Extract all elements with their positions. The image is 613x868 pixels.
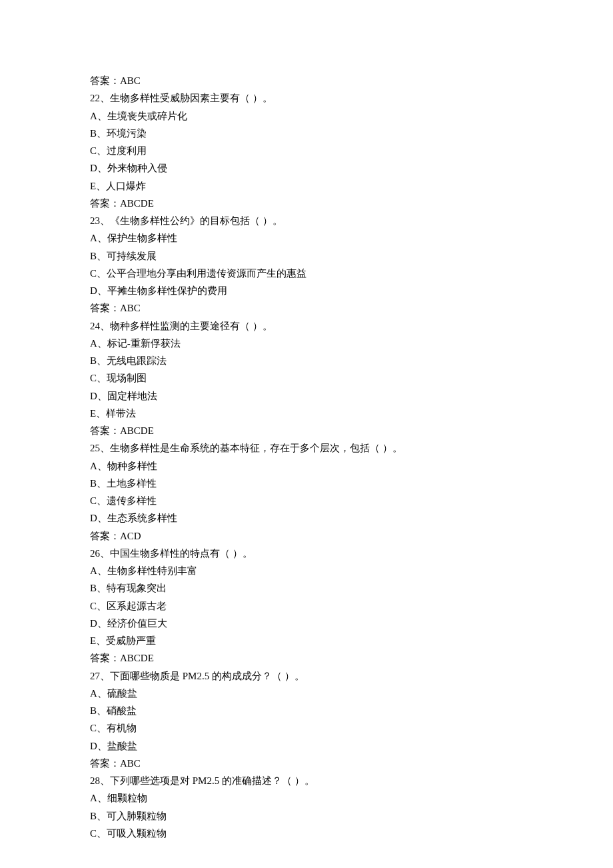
text-line: D、经济价值巨大 (90, 615, 523, 632)
text-line: 答案：ABCDE (90, 422, 523, 439)
text-line: B、环境污染 (90, 125, 523, 142)
text-line: A、物种多样性 (90, 457, 523, 475)
text-line: A、细颗粒物 (90, 789, 523, 807)
text-line: 26、中国生物多样性的特点有（ ）。 (90, 545, 523, 562)
text-line: 25、生物多样性是生命系统的基本特征，存在于多个层次，包括（ ）。 (90, 439, 523, 457)
text-line: A、生物多样性特别丰富 (90, 562, 523, 579)
text-line: D、外来物种入侵 (90, 159, 523, 177)
text-line: 答案：ABC (90, 299, 523, 317)
text-line: 22、生物多样性受威胁因素主要有（ ）。 (90, 89, 523, 107)
text-line: B、硝酸盐 (90, 702, 523, 719)
text-line: B、土地多样性 (90, 475, 523, 492)
text-line: B、特有现象突出 (90, 579, 523, 597)
content-body: 答案：ABC22、生物多样性受威胁因素主要有（ ）。A、生境丧失或碎片化B、环境… (90, 72, 523, 842)
text-line: C、过度利用 (90, 142, 523, 159)
text-line: C、现场制图 (90, 369, 523, 387)
text-line: B、无线电跟踪法 (90, 352, 523, 369)
text-line: A、硫酸盐 (90, 685, 523, 702)
text-line: 答案：ABCDE (90, 649, 523, 667)
text-line: D、生态系统多样性 (90, 509, 523, 527)
text-line: E、人口爆炸 (90, 177, 523, 195)
text-line: 答案：ABCDE (90, 195, 523, 212)
text-line: E、受威胁严重 (90, 632, 523, 649)
document-page: 答案：ABC22、生物多样性受威胁因素主要有（ ）。A、生境丧失或碎片化B、环境… (0, 0, 613, 868)
text-line: 答案：ABC (90, 72, 523, 89)
text-line: E、样带法 (90, 405, 523, 422)
text-line: 28、下列哪些选项是对 PM2.5 的准确描述？（ ）。 (90, 772, 523, 789)
text-line: C、公平合理地分享由利用遗传资源而产生的惠益 (90, 265, 523, 282)
text-line: 23、《生物多样性公约》的目标包括（ ）。 (90, 212, 523, 229)
text-line: 答案：ACD (90, 527, 523, 545)
text-line: B、可入肺颗粒物 (90, 807, 523, 825)
text-line: A、生境丧失或碎片化 (90, 107, 523, 125)
text-line: A、保护生物多样性 (90, 229, 523, 247)
text-line: 答案：ABC (90, 755, 523, 772)
text-line: C、遗传多样性 (90, 492, 523, 509)
text-line: D、盐酸盐 (90, 737, 523, 755)
text-line: C、可吸入颗粒物 (90, 825, 523, 842)
text-line: D、固定样地法 (90, 387, 523, 405)
text-line: B、可持续发展 (90, 247, 523, 265)
text-line: A、标记-重新俘获法 (90, 335, 523, 352)
text-line: 27、下面哪些物质是 PM2.5 的构成成分？（ ）。 (90, 667, 523, 685)
text-line: C、区系起源古老 (90, 597, 523, 615)
text-line: D、平摊生物多样性保护的费用 (90, 282, 523, 299)
text-line: 24、物种多样性监测的主要途径有（ ）。 (90, 317, 523, 335)
text-line: C、有机物 (90, 719, 523, 737)
